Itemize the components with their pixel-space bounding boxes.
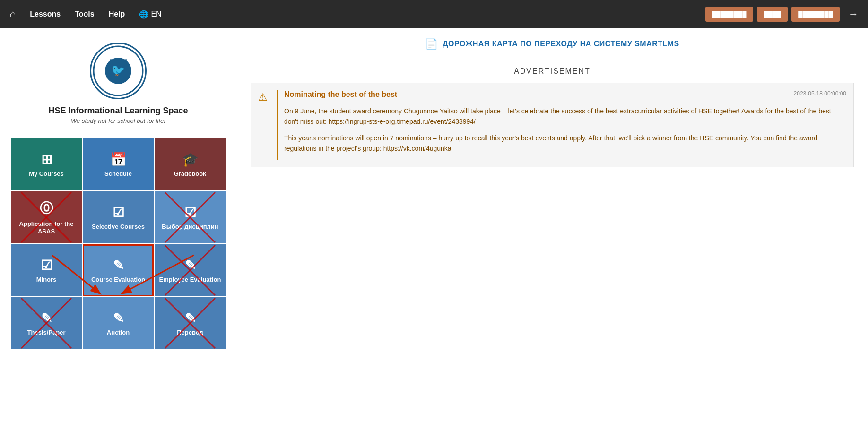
menu-cell-schedule[interactable]: 📅 Schedule [83, 138, 154, 190]
home-icon[interactable]: ⌂ [9, 8, 16, 20]
pdf-icon: 📄 [425, 38, 438, 50]
course-evaluation-label: Course Evaluation [91, 276, 145, 284]
my-courses-label: My Courses [29, 170, 64, 178]
my-courses-icon: ⊞ [41, 152, 52, 167]
nav-right-area: ████████ ████ ████████ → [705, 7, 859, 22]
auction-label: Auction [107, 329, 130, 336]
logo-circle: ВЫСШАЯ ШКОЛА ЭКОНОМИКИ 🐦 [90, 43, 147, 99]
announcement-link-area: 📄 ДОРОЖНАЯ КАРТА ПО ПЕРЕХОДУ НА СИСТЕМУ … [251, 38, 854, 50]
svg-text:🐦: 🐦 [111, 63, 125, 77]
auction-icon: ✎ [113, 310, 124, 326]
application-asas-icon: ⓪ [40, 199, 53, 217]
right-content: 📄 ДОРОЖНАЯ КАРТА ПО ПЕРЕХОДУ НА СИСТЕМУ … [236, 38, 868, 354]
main-container: ВЫСШАЯ ШКОЛА ЭКОНОМИКИ 🐦 HSE Information… [0, 28, 868, 354]
course-evaluation-icon: ✎ [113, 258, 124, 273]
hse-logo-svg: ВЫСШАЯ ШКОЛА ЭКОНОМИКИ 🐦 [92, 45, 144, 97]
news-title: Nominating the best of the best [284, 90, 397, 99]
vybor-icon: ☑ [184, 205, 196, 220]
site-subtitle: We study not for school but for life! [71, 117, 165, 124]
advertisement-section: ADVERTISEMENT ⚠ Nominating the best of t… [251, 60, 854, 167]
language-selector[interactable]: 🌐 EN [139, 10, 161, 19]
menu-cell-auction[interactable]: ✎ Auction [83, 297, 154, 349]
schedule-icon: 📅 [110, 152, 127, 167]
nav-user-btn-2[interactable]: ████ [757, 7, 788, 22]
nav-user-btn-3[interactable]: ████████ [791, 7, 840, 22]
logout-icon[interactable]: → [848, 8, 859, 20]
gradebook-icon: 🎓 [182, 152, 199, 167]
menu-cell-course-evaluation[interactable]: ✎ Course Evaluation [83, 244, 154, 296]
menu-cell-employee-eval[interactable]: ✎ Employee Evaluation [155, 244, 226, 296]
news-date: 2023-05-18 00:00:00 [794, 90, 846, 97]
perevod-label: Перевод [177, 329, 203, 336]
top-navigation: ⌂ Lessons Tools Help 🌐 EN ████████ ████ … [0, 0, 868, 28]
announcement-link[interactable]: ДОРОЖНАЯ КАРТА ПО ПЕРЕХОДУ НА СИСТЕМУ SM… [443, 40, 679, 48]
help-nav-link[interactable]: Help [109, 10, 125, 18]
news-body: On 9 June, the student award ceremony Ch… [284, 106, 846, 154]
news-warning-icon: ⚠ [258, 91, 270, 160]
lessons-nav-link[interactable]: Lessons [30, 10, 61, 18]
selective-courses-label: Selective Courses [92, 223, 145, 231]
site-title: HSE Informational Learning Space [48, 106, 188, 116]
application-asas-label: Application for the ASAS [15, 220, 78, 235]
advertisement-title: ADVERTISEMENT [251, 67, 854, 76]
menu-cell-selective-courses[interactable]: ☑ Selective Courses [83, 191, 154, 243]
employee-eval-icon: ✎ [185, 258, 196, 273]
minors-label: Minors [36, 276, 57, 284]
news-content: Nominating the best of the best 2023-05-… [277, 90, 846, 160]
thesis-icon: ✎ [41, 310, 52, 326]
news-body-p2: This year's nominations will open in 7 n… [284, 133, 846, 154]
news-header: Nominating the best of the best 2023-05-… [284, 90, 846, 99]
gradebook-label: Gradebook [174, 170, 207, 178]
menu-cell-vybor[interactable]: ☑ Выбор дисциплин [155, 191, 226, 243]
menu-cell-perevod[interactable]: ✎ Перевод [155, 297, 226, 349]
news-card: ⚠ Nominating the best of the best 2023-0… [251, 83, 854, 167]
thesis-label: Thesis/Paper [27, 329, 66, 336]
menu-cell-thesis[interactable]: ✎ Thesis/Paper [11, 297, 82, 349]
menu-cell-gradebook[interactable]: 🎓 Gradebook [155, 138, 226, 190]
minors-icon: ☑ [41, 258, 52, 273]
menu-cell-my-courses[interactable]: ⊞ My Courses [11, 138, 82, 190]
news-body-p1: On 9 June, the student award ceremony Ch… [284, 106, 846, 127]
tools-nav-link[interactable]: Tools [75, 10, 94, 18]
menu-cell-application-asas[interactable]: ⓪ Application for the ASAS [11, 191, 82, 243]
menu-cell-minors[interactable]: ☑ Minors [11, 244, 82, 296]
sidebar: ВЫСШАЯ ШКОЛА ЭКОНОМИКИ 🐦 HSE Information… [0, 38, 236, 354]
flag-icon: 🌐 [139, 10, 148, 19]
menu-grid: ⊞ My Courses 📅 Schedule 🎓 Gradebook ⓪ Ap… [11, 138, 226, 349]
employee-eval-label: Employee Evaluation [159, 276, 221, 284]
perevod-icon: ✎ [185, 310, 196, 326]
logo-area: ВЫСШАЯ ШКОЛА ЭКОНОМИКИ 🐦 HSE Information… [48, 43, 188, 124]
vybor-label: Выбор дисциплин [162, 223, 218, 231]
nav-user-btn-1[interactable]: ████████ [705, 7, 754, 22]
selective-courses-icon: ☑ [113, 205, 124, 220]
schedule-label: Schedule [104, 170, 132, 178]
